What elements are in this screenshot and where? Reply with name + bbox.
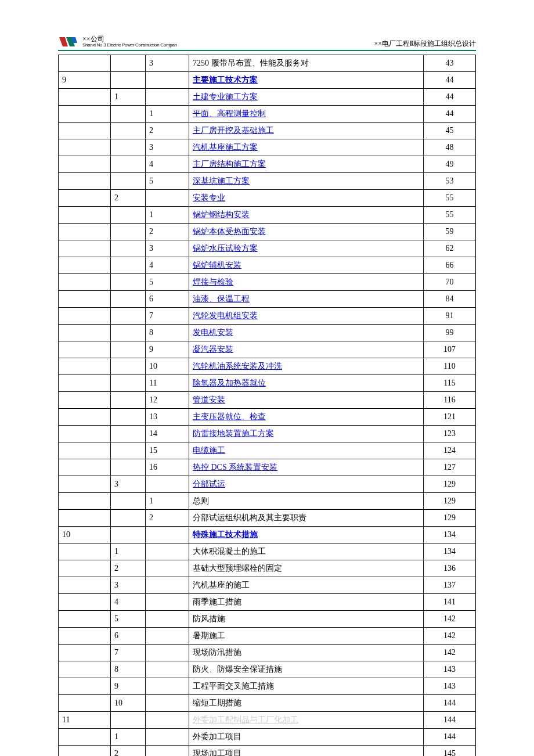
toc-level3: 14 <box>146 426 189 442</box>
toc-link[interactable]: 锅炉钢结构安装 <box>193 210 250 219</box>
toc-link[interactable]: 热控 DCS 系统装置安装 <box>193 463 277 471</box>
table-row: 1锅炉钢结构安装55 <box>59 207 476 224</box>
toc-level1 <box>59 123 111 139</box>
table-row: 1大体积混凝土的施工134 <box>59 543 476 560</box>
toc-link[interactable]: 汽轮发电机组安装 <box>193 311 258 320</box>
toc-level2 <box>111 392 146 409</box>
toc-level3 <box>146 543 189 560</box>
toc-title-cell: 雨季施工措施 <box>189 594 424 611</box>
toc-link[interactable]: 深基坑施工方案 <box>193 177 250 185</box>
toc-link[interactable]: 管道安装 <box>193 395 225 404</box>
table-row: 13主变压器就位、检查121 <box>59 409 476 426</box>
toc-level2: 2 <box>111 746 146 757</box>
table-row: 12管道安装116 <box>59 392 476 409</box>
toc-title-cell: 焊接与检验 <box>189 274 424 291</box>
toc-link[interactable]: 油漆、保温工程 <box>193 294 250 303</box>
toc-text: 暑期施工 <box>193 631 225 640</box>
toc-link[interactable]: 主厂房结构施工方案 <box>193 160 266 168</box>
toc-link[interactable]: 土建专业施工方案 <box>193 92 258 101</box>
toc-link[interactable]: 电缆施工 <box>193 446 225 455</box>
toc-link[interactable]: 锅炉水压试验方案 <box>193 244 258 253</box>
toc-table: 37250 履带吊布置、性能及服务对439主要施工技术方案441土建专业施工方案… <box>58 55 476 756</box>
toc-link[interactable]: 焊接与检验 <box>193 278 233 286</box>
toc-page-number: 43 <box>424 55 476 72</box>
toc-level2 <box>111 274 146 291</box>
toc-level2 <box>111 308 146 325</box>
toc-link[interactable]: 主要施工技术方案 <box>193 75 258 84</box>
toc-level1 <box>59 695 111 712</box>
toc-level3 <box>146 695 189 712</box>
toc-title-cell: 防雷接地装置施工方案 <box>189 426 424 442</box>
toc-link[interactable]: 安装专业 <box>193 193 225 202</box>
toc-level1: 11 <box>59 712 111 729</box>
toc-level1 <box>59 190 111 207</box>
toc-page-number: 143 <box>424 661 476 678</box>
toc-page-number: 129 <box>424 493 476 510</box>
toc-page-number: 84 <box>424 291 476 308</box>
table-row: 4雨季施工措施141 <box>59 594 476 611</box>
toc-level2 <box>111 224 146 240</box>
toc-page-number: 53 <box>424 173 476 190</box>
toc-page-number: 116 <box>424 392 476 409</box>
toc-level2 <box>111 341 146 358</box>
toc-title-cell: 主厂房结构施工方案 <box>189 156 424 173</box>
toc-level3 <box>146 729 189 746</box>
toc-level2 <box>111 55 146 72</box>
toc-level3: 1 <box>146 207 189 224</box>
toc-level2 <box>111 527 146 543</box>
toc-link[interactable]: 锅炉辅机安装 <box>193 261 241 269</box>
toc-level2: 1 <box>111 729 146 746</box>
toc-link[interactable]: 汽轮机油系统安装及冲洗 <box>193 362 282 370</box>
document-title: ××电厂工程Ⅱ标段施工组织总设计 <box>374 39 476 49</box>
toc-link-faded[interactable]: 外委加工配制品与工厂化加工 <box>193 715 298 724</box>
toc-page-number: 129 <box>424 510 476 527</box>
toc-title-cell: 主要施工技术方案 <box>189 72 424 89</box>
toc-page-number: 45 <box>424 123 476 139</box>
page-header: ××公司 Shanxi No.3 Electric Power Construc… <box>58 35 476 51</box>
toc-page-number: 66 <box>424 257 476 274</box>
toc-link[interactable]: 除氧器及加热器就位 <box>193 379 266 387</box>
toc-link[interactable]: 凝汽器安装 <box>193 345 233 354</box>
toc-title-cell: 防风措施 <box>189 611 424 628</box>
toc-page-number: 110 <box>424 358 476 375</box>
toc-level1 <box>59 274 111 291</box>
company-name-block: ××公司 Shanxi No.3 Electric Power Construc… <box>82 35 177 48</box>
table-row: 9主要施工技术方案44 <box>59 72 476 89</box>
toc-level2: 4 <box>111 594 146 611</box>
toc-title-cell: 管道安装 <box>189 392 424 409</box>
toc-link[interactable]: 发电机安装 <box>193 328 233 337</box>
toc-level3: 1 <box>146 106 189 123</box>
toc-level3 <box>146 527 189 543</box>
toc-level3: 15 <box>146 442 189 459</box>
toc-link[interactable]: 防雷接地装置施工方案 <box>193 429 274 438</box>
toc-page-number: 55 <box>424 207 476 224</box>
toc-level3: 5 <box>146 173 189 190</box>
toc-level3: 7 <box>146 308 189 325</box>
toc-text: 现场加工项目 <box>193 749 241 756</box>
toc-page-number: 124 <box>424 442 476 459</box>
toc-level2 <box>111 207 146 224</box>
toc-page-number: 142 <box>424 611 476 628</box>
toc-link[interactable]: 汽机基座施工方案 <box>193 143 258 152</box>
toc-link[interactable]: 分部试运 <box>193 480 225 488</box>
toc-text: 汽机基座的施工 <box>193 581 250 589</box>
toc-level3: 13 <box>146 409 189 426</box>
toc-link[interactable]: 特殊施工技术措施 <box>193 530 258 539</box>
toc-level2 <box>111 291 146 308</box>
toc-level1 <box>59 240 111 257</box>
toc-link[interactable]: 主厂房开挖及基础施工 <box>193 126 274 135</box>
toc-text: 雨季施工措施 <box>193 597 241 606</box>
toc-level1 <box>59 628 111 645</box>
table-row: 11外委加工配制品与工厂化加工144 <box>59 712 476 729</box>
toc-title-cell: 锅炉辅机安装 <box>189 257 424 274</box>
toc-link[interactable]: 锅炉本体受热面安装 <box>193 227 266 236</box>
toc-level3: 8 <box>146 325 189 341</box>
toc-level3: 3 <box>146 139 189 156</box>
toc-link[interactable]: 主变压器就位、检查 <box>193 412 266 421</box>
toc-link[interactable]: 平面、高程测量控制 <box>193 109 266 118</box>
table-row: 10汽轮机油系统安装及冲洗110 <box>59 358 476 375</box>
toc-level2: 2 <box>111 190 146 207</box>
toc-level1 <box>59 661 111 678</box>
toc-level1 <box>59 308 111 325</box>
table-row: 37250 履带吊布置、性能及服务对43 <box>59 55 476 72</box>
